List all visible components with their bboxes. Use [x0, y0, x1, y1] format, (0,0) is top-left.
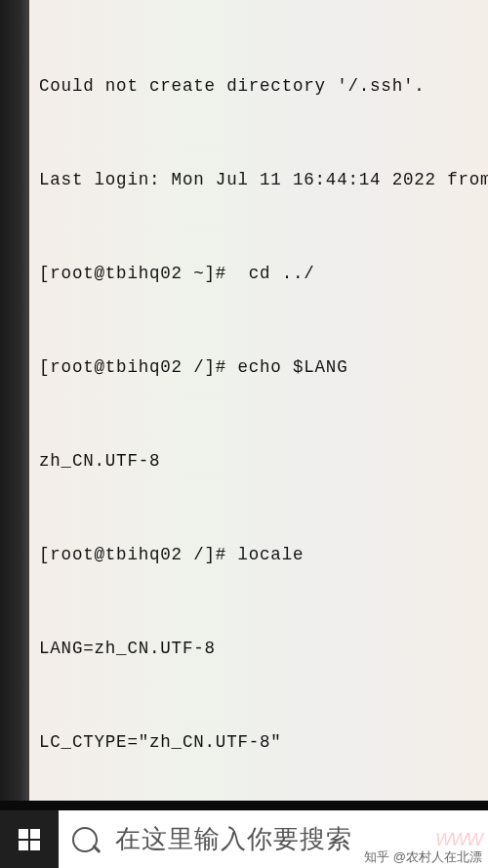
terminal-line: [root@tbihq02 /]# echo $LANG [39, 351, 488, 383]
windows-logo-icon [19, 829, 40, 850]
terminal-line: zh_CN.UTF-8 [39, 445, 488, 476]
terminal-line: LC_CTYPE="zh_CN.UTF-8" [39, 726, 488, 758]
terminal-line: [root@tbihq02 /]# locale [39, 539, 488, 570]
search-icon [72, 827, 98, 852]
taskbar-search-input[interactable]: 在这里输入你要搜索 [59, 810, 488, 868]
terminal-line: LANG=zh_CN.UTF-8 [39, 633, 488, 664]
terminal-line: Last login: Mon Jul 11 16:44:14 2022 fro… [39, 164, 488, 195]
windows-taskbar[interactable]: 在这里输入你要搜索 [0, 810, 488, 868]
monitor-bezel-bottom [0, 801, 488, 810]
terminal-window[interactable]: Could not create directory '/.ssh'. Last… [29, 0, 488, 801]
terminal-line: Could not create directory '/.ssh'. [39, 70, 488, 102]
terminal-line: [root@tbihq02 ~]# cd ../ [39, 258, 488, 289]
start-button[interactable] [0, 810, 59, 868]
monitor-bezel-left [0, 0, 29, 801]
screen-photo: Could not create directory '/.ssh'. Last… [0, 0, 488, 868]
search-placeholder-text: 在这里输入你要搜索 [115, 822, 352, 856]
